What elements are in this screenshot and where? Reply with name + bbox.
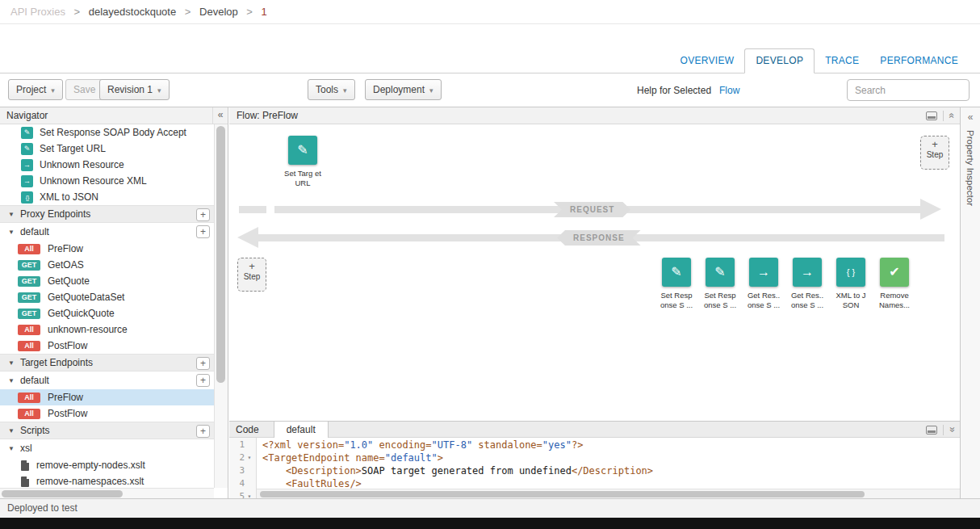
nav-group-target-default[interactable]: ▼ default + bbox=[0, 372, 214, 389]
triangle-down-icon: ▼ bbox=[8, 359, 15, 367]
tab-performance[interactable]: PERFORMANCE bbox=[869, 48, 969, 73]
caret-down-icon: ▾ bbox=[343, 86, 347, 94]
project-menu-label: Project bbox=[16, 84, 46, 95]
help-selected-flow-link[interactable]: Flow bbox=[719, 85, 739, 96]
section-title: Proxy Endpoints bbox=[20, 208, 90, 220]
navigator-title: Navigator bbox=[6, 110, 48, 121]
navigator-collapse-button[interactable]: « bbox=[212, 107, 228, 124]
nav-proxy-getquote[interactable]: GET GetQuote bbox=[0, 273, 214, 289]
tools-menu-button[interactable]: Tools▾ bbox=[308, 79, 355, 100]
search-input[interactable] bbox=[847, 79, 970, 101]
response-arrowhead-icon bbox=[237, 227, 258, 248]
deployment-menu-button[interactable]: Deployment▾ bbox=[365, 79, 442, 100]
scrollbar-thumb[interactable] bbox=[260, 491, 865, 498]
file-icon bbox=[21, 477, 29, 487]
collapse-panel-icon[interactable]: « bbox=[944, 113, 961, 119]
gutter-line: 4 bbox=[229, 477, 256, 490]
code-header-icons: « bbox=[926, 422, 955, 438]
flow-step-remove-namespaces[interactable]: ✔ Remove Names... bbox=[873, 258, 916, 310]
flow-editor-panel: Flow: PreFlow « ✎ Set Targ et URL + Step bbox=[229, 107, 960, 421]
add-step-label: Step bbox=[238, 272, 266, 281]
maximize-panel-icon[interactable] bbox=[926, 111, 937, 120]
gutter-line: 2▾ bbox=[229, 451, 256, 464]
nav-group-proxy-default[interactable]: ▼ default + bbox=[0, 223, 214, 241]
tab-develop[interactable]: DEVELOP bbox=[744, 48, 815, 73]
policy-label: XML to JSON bbox=[40, 191, 98, 203]
flow-step-set-target-url[interactable]: ✎ Set Targ et URL bbox=[281, 136, 325, 188]
scrollbar-thumb[interactable] bbox=[2, 490, 123, 498]
navigator-vertical-scrollbar[interactable] bbox=[214, 124, 228, 488]
help-for-selected-label: Help for Selected bbox=[637, 85, 711, 96]
nav-policy-xml-to-json[interactable]: { } XML to JSON bbox=[0, 189, 214, 205]
nav-policy-set-response-soap-body-accept[interactable]: ✎ Set Response SOAP Body Accept bbox=[0, 124, 214, 141]
arrow-icon: → bbox=[749, 258, 778, 287]
flow-step-set-response-1[interactable]: ✎ Set Resp onse S ... bbox=[655, 258, 698, 310]
nav-target-postflow[interactable]: All PostFlow bbox=[0, 405, 214, 422]
nav-proxy-postflow[interactable]: All PostFlow bbox=[0, 338, 214, 354]
scrollbar-thumb[interactable] bbox=[216, 126, 225, 383]
navigator-panel: Navigator « ✎ Set Response SOAP Body Acc… bbox=[0, 107, 228, 499]
section-proxy-endpoints[interactable]: ▼ Proxy Endpoints + bbox=[0, 205, 214, 223]
add-proxy-endpoint-button[interactable]: + bbox=[196, 208, 210, 221]
bottom-strip bbox=[0, 518, 980, 529]
file-label: remove-empty-nodes.xslt bbox=[36, 460, 145, 471]
collapse-panel-icon[interactable]: « bbox=[944, 427, 961, 433]
breadcrumb-api-proxies[interactable]: API Proxies bbox=[10, 6, 65, 18]
caret-down-icon: ▾ bbox=[429, 86, 433, 94]
section-target-endpoints[interactable]: ▼ Target Endpoints + bbox=[0, 354, 214, 372]
tab-trace[interactable]: TRACE bbox=[815, 48, 869, 73]
code-line: <TargetEndpoint name="default"> bbox=[262, 451, 960, 464]
add-flow-button[interactable]: + bbox=[196, 374, 210, 387]
code-panel: Codedefault « 1 2▾ 3 4 5▾ <?xml version=… bbox=[229, 421, 960, 499]
save-button[interactable]: Save bbox=[65, 79, 103, 100]
nav-proxy-preflow[interactable]: All PreFlow bbox=[0, 241, 214, 257]
nav-policy-set-target-url[interactable]: ✎ Set Target URL bbox=[0, 141, 214, 157]
deployment-menu-label: Deployment bbox=[373, 84, 425, 95]
revision-menu-button[interactable]: Revision 1▾ bbox=[99, 79, 170, 100]
nav-proxy-getquotedataset[interactable]: GET GetQuoteDataSet bbox=[0, 289, 214, 305]
property-inspector-strip[interactable]: « Property Inspector bbox=[960, 107, 980, 499]
nav-group-xsl[interactable]: ▼ xsl bbox=[0, 439, 214, 457]
flow-method-badge: All bbox=[18, 409, 40, 419]
nav-policy-unknown-resource[interactable]: → Unknown Resource bbox=[0, 157, 214, 173]
section-title: Target Endpoints bbox=[20, 357, 93, 368]
section-scripts[interactable]: ▼ Scripts + bbox=[0, 422, 214, 439]
flow-canvas: ✎ Set Targ et URL + Step REQUEST RESPONS… bbox=[229, 124, 960, 421]
flow-step-get-response-2[interactable]: → Get Res.. onse S ... bbox=[785, 258, 829, 310]
add-target-endpoint-button[interactable]: + bbox=[196, 357, 210, 370]
breadcrumb-develop[interactable]: Develop bbox=[199, 6, 238, 18]
nav-target-preflow-selected[interactable]: All PreFlow bbox=[0, 389, 214, 405]
flow-step-set-response-2[interactable]: ✎ Set Resp onse S ... bbox=[698, 258, 742, 310]
nav-script-remove-empty-nodes[interactable]: remove-empty-nodes.xslt bbox=[0, 457, 214, 473]
tab-overview[interactable]: OVERVIEW bbox=[670, 48, 745, 73]
navigator-horizontal-scrollbar[interactable] bbox=[0, 488, 214, 499]
code-line: <Description>SOAP target generated from … bbox=[262, 464, 960, 477]
flow-method-badge: All bbox=[18, 393, 40, 403]
code-editor[interactable]: 1 2▾ 3 4 5▾ <?xml version="1.0" encoding… bbox=[229, 438, 960, 499]
nav-proxy-getquickquote[interactable]: GET GetQuickQuote bbox=[0, 305, 214, 321]
fold-caret-icon[interactable]: ▾ bbox=[245, 451, 254, 464]
pencil-icon: ✎ bbox=[21, 127, 33, 139]
code-tab-default[interactable]: default bbox=[274, 422, 329, 438]
add-request-step-button[interactable]: + Step bbox=[920, 136, 949, 170]
triangle-down-icon: ▼ bbox=[8, 427, 15, 435]
flow-step-xml-to-json[interactable]: { } XML to J SON bbox=[829, 258, 873, 310]
nav-script-remove-namespaces[interactable]: remove-namespaces.xslt bbox=[0, 473, 214, 488]
breadcrumb-proxy-name[interactable]: delayedstockquote bbox=[89, 6, 176, 18]
deployment-status-text: Deployed to test bbox=[7, 502, 77, 514]
flow-method-badge: GET bbox=[18, 309, 40, 319]
flow-method-badge: All bbox=[18, 341, 40, 351]
nav-policy-unknown-resource-xml[interactable]: → Unknown Resource XML bbox=[0, 173, 214, 189]
add-response-step-button[interactable]: + Step bbox=[237, 258, 266, 292]
flow-label: GetQuickQuote bbox=[48, 308, 115, 319]
expand-property-inspector-icon[interactable]: « bbox=[968, 111, 974, 123]
code-header: Codedefault « bbox=[229, 421, 960, 438]
nav-proxy-unknown-resource[interactable]: All unknown-resource bbox=[0, 321, 214, 338]
maximize-panel-icon[interactable] bbox=[926, 426, 937, 435]
nav-proxy-getoas[interactable]: GET GetOAS bbox=[0, 257, 214, 273]
project-menu-button[interactable]: Project▾ bbox=[8, 79, 63, 100]
flow-step-get-response-1[interactable]: → Get Res.. onse S ... bbox=[742, 258, 785, 310]
plus-icon: + bbox=[238, 261, 266, 272]
add-script-button[interactable]: + bbox=[196, 425, 210, 438]
add-flow-button[interactable]: + bbox=[196, 225, 210, 238]
